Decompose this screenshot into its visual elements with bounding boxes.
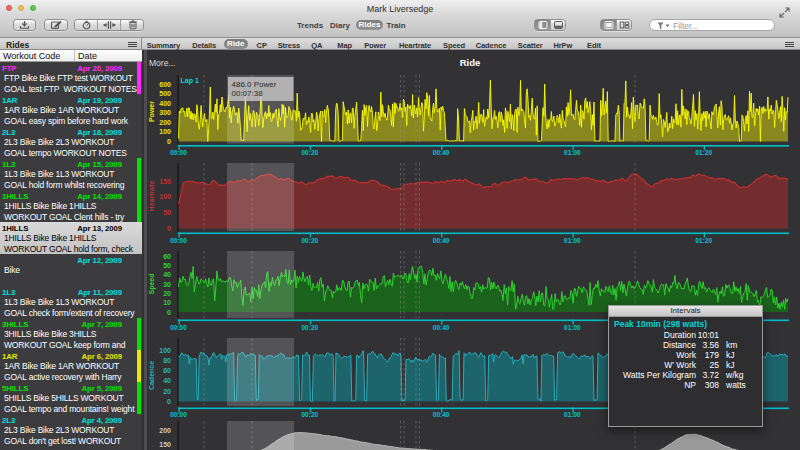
- svg-text:00:40: 00:40: [433, 237, 450, 244]
- svg-text:200: 200: [159, 119, 171, 126]
- svg-text:01:00: 01:00: [564, 237, 581, 244]
- svg-text:600: 600: [159, 81, 171, 88]
- svg-text:Power: Power: [148, 101, 155, 122]
- svg-text:100: 100: [159, 193, 171, 200]
- svg-text:01:20: 01:20: [695, 149, 712, 156]
- svg-text:50: 50: [163, 209, 171, 216]
- svg-text:500: 500: [159, 90, 171, 97]
- svg-text:100: 100: [159, 347, 171, 354]
- svg-text:00:00: 00:00: [170, 149, 187, 156]
- svg-text:60: 60: [163, 253, 171, 260]
- svg-text:400: 400: [159, 100, 171, 107]
- svg-text:0: 0: [167, 398, 171, 405]
- svg-text:00:07:38: 00:07:38: [232, 89, 264, 98]
- svg-text:00:00: 00:00: [170, 411, 187, 418]
- svg-text:00:00: 00:00: [170, 237, 187, 244]
- svg-text:486.0 Power: 486.0 Power: [232, 80, 277, 89]
- svg-text:100: 100: [159, 128, 171, 135]
- svg-text:Speed: Speed: [148, 273, 156, 294]
- svg-text:01:00: 01:00: [564, 324, 581, 331]
- svg-text:150: 150: [159, 178, 171, 185]
- svg-text:More...: More...: [149, 58, 175, 68]
- svg-text:40: 40: [163, 377, 171, 384]
- svg-text:00:40: 00:40: [433, 411, 450, 418]
- svg-text:20: 20: [163, 290, 171, 297]
- svg-text:00:20: 00:20: [301, 237, 318, 244]
- svg-text:0: 0: [167, 309, 171, 316]
- svg-text:01:00: 01:00: [564, 411, 581, 418]
- svg-text:40: 40: [163, 271, 171, 278]
- svg-text:00:20: 00:20: [301, 324, 318, 331]
- svg-text:150: 150: [159, 441, 171, 448]
- svg-text:80: 80: [163, 357, 171, 364]
- svg-text:60: 60: [163, 367, 171, 374]
- svg-text:0: 0: [167, 225, 171, 232]
- svg-text:00:00: 00:00: [170, 324, 187, 331]
- svg-text:200: 200: [159, 427, 171, 434]
- svg-text:00:40: 00:40: [433, 149, 450, 156]
- svg-text:30: 30: [163, 281, 171, 288]
- svg-text:00:40: 00:40: [433, 324, 450, 331]
- svg-text:Lap 1: Lap 1: [181, 77, 199, 85]
- svg-text:10: 10: [163, 299, 171, 306]
- svg-text:0: 0: [167, 138, 171, 145]
- svg-text:00:20: 00:20: [301, 411, 318, 418]
- svg-text:Ride: Ride: [460, 57, 481, 68]
- svg-text:00:20: 00:20: [301, 149, 318, 156]
- svg-text:01:20: 01:20: [695, 237, 712, 244]
- svg-text:01:00: 01:00: [564, 149, 581, 156]
- svg-text:20: 20: [163, 388, 171, 395]
- svg-text:300: 300: [159, 109, 171, 116]
- svg-text:Cadence: Cadence: [148, 361, 155, 390]
- svg-text:50: 50: [163, 262, 171, 269]
- svg-text:Heartrate: Heartrate: [148, 181, 155, 212]
